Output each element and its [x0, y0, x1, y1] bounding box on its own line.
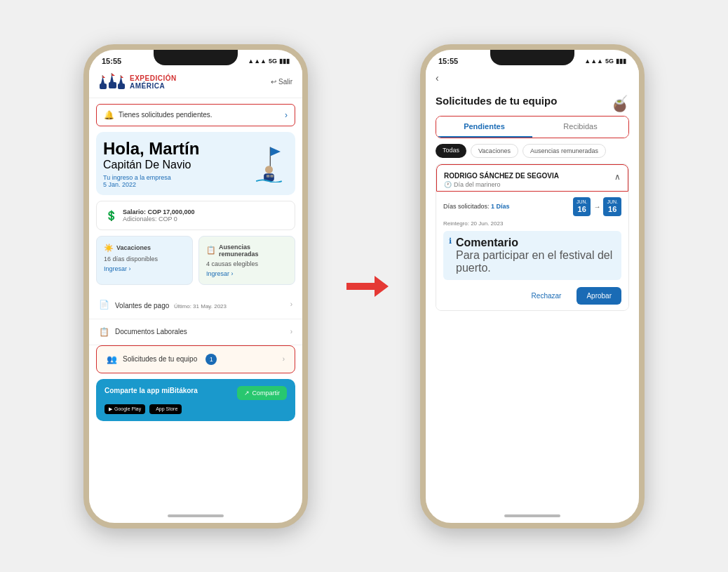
ausencias-title: Ausencias remuneradas — [219, 244, 288, 258]
svg-rect-4 — [109, 82, 116, 88]
volantes-arrow-icon: › — [290, 300, 292, 308]
team-icon: 👥 — [107, 354, 117, 364]
svg-rect-8 — [118, 84, 125, 89]
page-title: Solicitudes de tu equipo — [436, 95, 557, 107]
action-row: Rechazar Aprobar — [443, 286, 621, 305]
date-from: JUN. 16 — [573, 197, 591, 217]
tab-pendientes[interactable]: Pendientes — [436, 117, 532, 138]
alert-left: 🔔 Tienes solicitudes pendientes. — [104, 110, 213, 120]
volantes-icon: 📄 — [99, 300, 109, 310]
documentos-menu-item[interactable]: 📋 Documentos Laborales › — [89, 319, 302, 345]
status-icons-right: ▲▲▲ 5G ▮▮▮ — [584, 58, 626, 65]
left-screen: EXPEDICIÓN AMÉRICA ↩ Salir 🔔 Tienes soli… — [89, 67, 302, 509]
ausencias-link[interactable]: Ingresar › — [206, 270, 288, 277]
volantes-sub: Último: 31 May. 2023 — [173, 303, 227, 310]
right-phone: 15:55 ▲▲▲ 5G ▮▮▮ ‹ Solicitudes de tu equ… — [420, 44, 645, 528]
signal-icon: ▲▲▲ — [248, 58, 267, 65]
filter-row: Todas Vacaciones Ausencias remuneradas — [426, 144, 639, 164]
welcome-info: Hola, Martín Capitán De Navio Tu ingreso… — [103, 139, 199, 188]
chip-todas[interactable]: Todas — [436, 144, 466, 158]
request-header: RODRIGO SÁNCHEZ DE SEGOVIA 🕐 Día del mar… — [436, 164, 628, 192]
comment-box: ℹ Comentario Para participar en el festi… — [443, 231, 621, 280]
greeting: Hola, Martín — [103, 139, 199, 159]
app-logo: EXPEDICIÓN AMÉRICA — [99, 72, 177, 92]
app-store-badge[interactable]: App Store — [149, 404, 182, 414]
app-store-label: App Store — [156, 406, 177, 411]
back-header: ‹ — [426, 67, 639, 89]
logout-button[interactable]: ↩ Salir — [271, 78, 292, 86]
date-from-month: JUN. — [577, 199, 588, 205]
solicitudes-arrow-icon: › — [283, 355, 285, 363]
home-indicator-left — [89, 509, 302, 523]
home-bar-right — [504, 514, 560, 517]
volantes-text: Volantes de pago Último: 31 May. 2023 — [115, 298, 227, 311]
vacaciones-card: ☀️ Vacaciones 16 días disponibles Ingres… — [96, 236, 193, 285]
tabs-row: Pendientes Recibidas — [436, 116, 629, 138]
cards-row: ☀️ Vacaciones 16 días disponibles Ingres… — [96, 236, 295, 285]
reject-button[interactable]: Rechazar — [522, 287, 572, 305]
request-type: 🕐 Día del marinero — [444, 181, 559, 188]
svg-marker-10 — [121, 75, 123, 78]
svg-marker-1 — [101, 78, 105, 84]
store-badges: ▶ Google Play App Store — [105, 404, 287, 414]
share-button[interactable]: ↗ Compartir — [237, 386, 287, 400]
right-screen: ‹ Solicitudes de tu equipo 🧉 Pendientes … — [426, 67, 639, 509]
signal-icon-right: ▲▲▲ — [584, 58, 603, 65]
volantes-left: 📄 Volantes de pago Último: 31 May. 2023 — [99, 298, 227, 311]
clock-icon: 🕐 — [444, 181, 452, 188]
ausencias-causes: 4 causas elegibles — [206, 260, 288, 267]
vacaciones-header: ☀️ Vacaciones — [104, 244, 185, 253]
google-play-badge[interactable]: ▶ Google Play — [105, 404, 145, 414]
days-label: Días solicitados: — [443, 203, 490, 210]
logo-ships — [99, 72, 126, 92]
ausencias-icon: 📋 — [206, 246, 216, 255]
chevron-up-icon[interactable]: ∧ — [614, 172, 621, 182]
logo-text: EXPEDICIÓN AMÉRICA — [130, 74, 177, 90]
svg-marker-18 — [346, 276, 389, 297]
volantes-menu-item[interactable]: 📄 Volantes de pago Último: 31 May. 2023 … — [89, 291, 302, 319]
tab-recibidas[interactable]: Recibidas — [532, 117, 628, 138]
sailor-illustration — [250, 144, 288, 182]
battery-icon: ▮▮▮ — [279, 58, 290, 65]
left-phone: 15:55 ▲▲▲ 5G ▮▮▮ — [83, 44, 308, 528]
alert-text: Tienes solicitudes pendientes. — [119, 111, 213, 119]
back-button[interactable]: ‹ — [436, 72, 439, 84]
info-icon: ℹ — [449, 237, 452, 274]
alert-banner[interactable]: 🔔 Tienes solicitudes pendientes. › — [96, 104, 295, 126]
vacaciones-days: 16 días disponibles — [104, 255, 185, 262]
salary-info: Salario: COP 17,000,000 Adicionales: COP… — [123, 208, 194, 222]
date-arrow-icon: → — [593, 203, 600, 211]
documentos-arrow-icon: › — [290, 328, 292, 335]
ausencias-card: 📋 Ausencias remuneradas 4 causas elegibl… — [198, 236, 295, 285]
time-left: 15:55 — [102, 57, 121, 65]
comment-content: Comentario Para participar en el festiva… — [456, 237, 616, 274]
salary-icon: 💲 — [105, 210, 117, 221]
battery-icon-right: ▮▮▮ — [616, 58, 626, 65]
bell-icon: 🔔 — [104, 110, 114, 120]
svg-point-14 — [265, 166, 273, 173]
network-label: 5G — [269, 58, 277, 65]
status-icons-left: ▲▲▲ 5G ▮▮▮ — [248, 58, 290, 65]
share-section: Comparte la app miBitákora ↗ Compartir ▶… — [96, 379, 295, 421]
ships-svg — [99, 72, 126, 92]
solicitudes-menu-item[interactable]: 👥 Solicitudes de tu equipo 1 › — [96, 345, 295, 373]
vacaciones-title: Vacaciones — [116, 244, 151, 251]
logout-icon: ↩ — [271, 78, 276, 86]
salary-section: 💲 Salario: COP 17,000,000 Adicionales: C… — [96, 201, 295, 230]
approve-button[interactable]: Aprobar — [577, 287, 621, 305]
user-role: Capitán De Navio — [103, 159, 199, 171]
ausencias-header: 📋 Ausencias remuneradas — [206, 244, 288, 258]
share-title: Comparte la app miBitákora — [105, 387, 198, 394]
chip-ausencias[interactable]: Ausencias remuneradas — [523, 144, 606, 158]
date-to: JUN. 16 — [603, 197, 621, 217]
request-info: RODRIGO SÁNCHEZ DE SEGOVIA 🕐 Día del mar… — [444, 172, 559, 188]
app-header: EXPEDICIÓN AMÉRICA ↩ Salir — [89, 67, 302, 98]
chip-vacaciones[interactable]: Vacaciones — [471, 144, 518, 158]
salary-amount: Salario: COP 17,000,000 — [123, 208, 194, 215]
phone-notch-right — [490, 50, 574, 65]
svg-rect-16 — [267, 175, 270, 178]
vacaciones-link[interactable]: Ingresar › — [104, 265, 185, 272]
google-play-label: Google Play — [114, 406, 141, 411]
share-icon: ↗ — [244, 390, 250, 397]
alert-arrow-icon: › — [285, 110, 288, 120]
